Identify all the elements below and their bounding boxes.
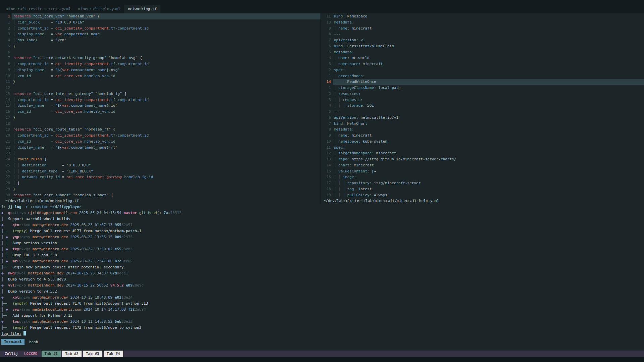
editor-tab-networking.tf[interactable]: networking.tf	[124, 5, 160, 13]
code-line: 3│ │ requests:	[321, 97, 644, 103]
code-line: 17│ │ │ repository: itzg/minecraft-serve…	[321, 180, 644, 186]
editor-tab-minecraft-restic-secrets.yaml[interactable]: minecraft-restic-secrets.yaml	[3, 5, 75, 13]
line-number: 4	[0, 37, 10, 43]
code-line: 5}	[0, 43, 320, 49]
code-line: 1│ cidr_block = "10.0.0.0/16"	[0, 19, 320, 25]
line-number: 28	[0, 180, 10, 186]
code-line: 13resource "oci_core_internet_gateway" "…	[0, 91, 320, 97]
line-number: 9	[321, 133, 331, 139]
line-number: 18	[0, 121, 10, 127]
code-line: 27│ │ network_entity_id = oci_core_inter…	[0, 174, 320, 180]
code-line: 19resource "oci_core_route_table" "homel…	[0, 126, 320, 133]
code-line: 14│ compartment_id = oci_identity_compar…	[0, 97, 320, 103]
line-number: 3	[321, 61, 331, 67]
pane-tab-bash[interactable]: bash	[29, 340, 38, 344]
pane-title-bar: Terminalbash	[0, 339, 644, 345]
editor-pane-terraform: 1resource "oci_core_vcn" "homelab_vcn" {…	[0, 13, 320, 204]
code-area-terraform[interactable]: 1resource "oci_core_vcn" "homelab_vcn" {…	[0, 13, 320, 198]
background-spacer	[0, 345, 644, 351]
line-number: 17	[0, 115, 10, 121]
line-number: 15	[0, 103, 10, 109]
code-line: 2spec:	[321, 67, 644, 73]
line-number: 26	[0, 168, 10, 174]
code-line: 11spec:	[321, 145, 644, 151]
line-number: 2	[321, 67, 331, 73]
line-number: 1	[321, 73, 331, 79]
line-number: 21	[0, 139, 10, 145]
code-area-yaml[interactable]: 11kind: Namespace10metadata:9│ name: min…	[321, 13, 644, 198]
code-line: 7apiVersion: v1	[321, 37, 644, 43]
line-number: 14	[321, 162, 331, 168]
cursor-line: 1resource "oci_core_vcn" "homelab_vcn" {	[0, 13, 320, 19]
line-number: 1	[0, 13, 10, 19]
editor-tab-minecraft-helm.yaml[interactable]: minecraft-helm.yaml	[75, 5, 124, 13]
statusline-path-left: ~/dev/lab/terraform/networking.tf	[0, 198, 320, 204]
code-line: 30resource "oci_core_subnet" "homelab_su…	[0, 192, 320, 198]
line-number: 7	[0, 55, 10, 61]
zellij-tab-1[interactable]: Tab #1	[42, 351, 61, 357]
code-line: 15│ valuesContent: |-	[321, 168, 644, 174]
line-number: 24	[0, 156, 10, 162]
line-number: 17	[321, 180, 331, 186]
code-line: 26│ │ destination_type = "CIDR_BLOCK"	[0, 168, 320, 174]
code-line: 5---	[321, 109, 644, 115]
zellij-tab-4[interactable]: Tab #4	[104, 351, 123, 357]
log-row: │ ◆ mrlyvplo matt@einhorn.dev 2025-03-22…	[1, 258, 644, 264]
code-line: 4│ │ │ storage: 5Gi	[321, 103, 644, 109]
line-number: 2	[321, 91, 331, 97]
code-line: 18│ │ │ tag: latest	[321, 186, 644, 192]
log-file-prompt: log file:	[1, 331, 644, 337]
editor-split: 1resource "oci_core_vcn" "homelab_vcn" {…	[0, 13, 644, 204]
pane-tab-terminal[interactable]: Terminal	[1, 339, 24, 345]
log-row: ├─╮ (empty) Merge pull request #170 from…	[1, 301, 644, 307]
statusline-path-right: ~/dev/lab/clusters/lab/minecraft/minecra…	[321, 198, 644, 204]
log-row: ├─╯ Begin new primary device after poten…	[1, 264, 644, 270]
code-line: 9│ name: minecraft	[321, 25, 644, 32]
line-number: 25	[0, 162, 10, 168]
line-number: 1	[0, 19, 10, 25]
line-number: 6	[321, 43, 331, 49]
line-number: 12	[321, 150, 331, 156]
code-line: 11kind: Namespace	[321, 13, 644, 19]
zellij-tabs: Tab #1Tab #2Tab #3Tab #4	[38, 351, 123, 357]
line-number: 11	[0, 79, 10, 85]
editor-pane-yaml: 11kind: Namespace10metadata:9│ name: min…	[320, 13, 644, 204]
log-row: │ ◆ vvxxlrnu me@mirkogalimberti.com 2024…	[1, 307, 644, 313]
line-number: 5	[0, 43, 10, 49]
code-line: 18	[0, 121, 320, 127]
code-line: 16│ │ image:	[321, 174, 644, 180]
line-number: 7	[321, 37, 331, 43]
line-number: 8	[0, 61, 10, 67]
log-row: │ Bump version to 4.5.3.dev0.	[1, 276, 644, 282]
log-row: │ │ Drop EOL 3.7 and 3.8.	[1, 252, 644, 258]
line-number: 10	[321, 139, 331, 145]
line-number: 8	[321, 126, 331, 133]
line-number: 10	[321, 19, 331, 25]
zellij-app-label: Zellij	[5, 352, 18, 356]
line-number: 3	[321, 97, 331, 103]
line-number: 20	[0, 133, 10, 139]
line-number: 3	[0, 31, 10, 37]
log-row: │ ◆ yqptqxsy matt@einhorn.dev 2025-03-22…	[1, 234, 644, 240]
line-number: 22	[0, 145, 10, 151]
line-number: 4	[321, 55, 331, 61]
code-line: 10│ vcn_id = oci_core_vcn.homelab_vcn.id	[0, 73, 320, 79]
line-number: 6	[321, 115, 331, 121]
line-number: 12	[0, 85, 10, 91]
zellij-tab-3[interactable]: Tab #3	[83, 351, 102, 357]
code-line: 4│ name: mc-world	[321, 55, 644, 61]
line-number: 29	[0, 186, 10, 192]
code-line: 3│ namespace: minecraft	[321, 61, 644, 67]
cursor-line: 14│ - ReadWriteOnce	[321, 79, 644, 85]
code-line: 8│ compartment_id = oci_identity_compart…	[0, 61, 320, 67]
line-number: 8	[321, 31, 331, 37]
zellij-tab-2[interactable]: Tab #2	[62, 351, 82, 357]
code-line: 29}	[0, 186, 320, 192]
code-line: 22│ display_name = "${var.compartment_na…	[0, 145, 320, 151]
code-line: 12│ targetNamespace: minecraft	[321, 150, 644, 156]
line-number: 11	[321, 145, 331, 151]
log-row: ◆ xolmnzvw matt@einhorn.dev 2024-10-15 1…	[1, 295, 644, 301]
terminal-pane[interactable]: 1: jj log -r ::master ~/d/ffpyplayer◆ qm…	[0, 204, 644, 337]
code-line: 3│ display_name = var.compartment_name	[0, 31, 320, 37]
code-line: 4│ dns_label = "vcn"	[0, 37, 320, 43]
